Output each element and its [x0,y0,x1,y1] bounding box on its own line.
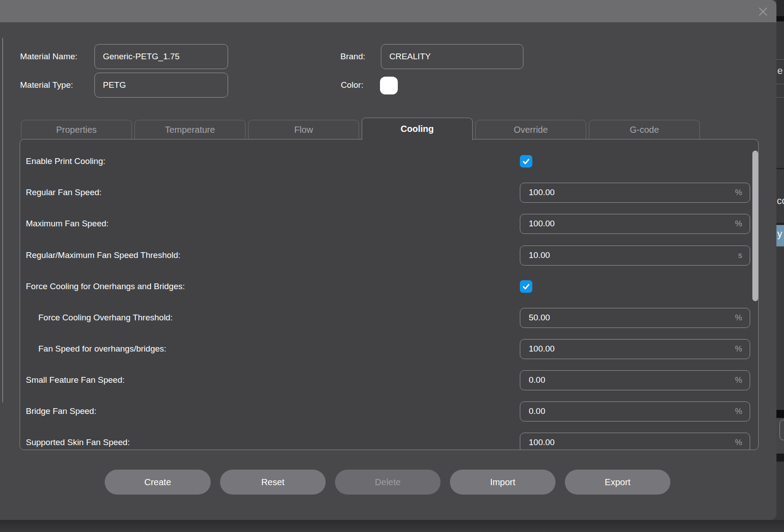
screen: e co y Material Name: Material Type: [0,0,784,532]
color-swatch[interactable] [380,77,398,94]
force-cooling-overhang-threshold-input[interactable] [520,308,750,328]
brand-input[interactable] [381,45,523,69]
brand-label: Brand: [340,50,365,63]
background-divider [776,97,784,98]
setting-row: Small Feature Fan Speed: % [20,364,758,396]
tab-temperature[interactable]: Temperature [135,120,245,139]
setting-row: Regular/Maximum Fan Speed Threshold: s [20,240,758,271]
material-name-input[interactable] [95,45,228,69]
background-band [776,0,784,16]
setting-label: Force Cooling Overhang Threshold: [38,302,173,333]
background-panel [776,418,784,454]
setting-row: Regular Fan Speed: % [20,177,758,208]
cooling-settings-panel: Enable Print Cooling: Regular Fan Speed:… [20,139,759,450]
background-band [776,16,784,21]
color-label: Color: [341,78,363,92]
export-button[interactable]: Export [565,470,670,495]
delete-button[interactable]: Delete [335,470,441,495]
setting-row: Fan Speed for overhangs/bridges: % [20,333,758,364]
setting-row: Force Cooling for Onerhangs and Bridges: [20,271,758,302]
background-band [776,410,784,418]
checkmark-icon [522,282,531,291]
material-type-input[interactable] [95,73,228,97]
small-feature-fan-speed-input[interactable] [520,370,750,390]
import-button[interactable]: Import [450,470,555,495]
setting-label: Supported Skin Fan Speed: [26,427,130,450]
tab-gcode[interactable]: G-code [589,120,700,139]
background-partial-text: co [777,195,784,207]
setting-row: Supported Skin Fan Speed: % [20,427,758,450]
bridge-fan-speed-input[interactable] [520,401,750,422]
checkmark-icon [522,157,531,166]
material-name-label: Material Name: [20,50,78,63]
maximum-fan-speed-input[interactable] [520,214,750,234]
background-band [776,454,784,462]
setting-row: Bridge Fan Speed: % [20,396,758,427]
setting-label: Regular/Maximum Fan Speed Threshold: [26,240,180,271]
setting-label: Bridge Fan Speed: [26,396,96,427]
material-editor-dialog: Material Name: Material Type: Brand: Col… [0,0,776,520]
material-type-label: Material Type: [20,78,73,92]
background-divider [776,84,784,84]
regular-fan-speed-input[interactable] [520,183,750,203]
create-button[interactable]: Create [105,470,211,495]
background-divider [776,59,784,60]
setting-label: Regular Fan Speed: [26,177,102,208]
background-divider [776,168,784,169]
tab-cooling[interactable]: Cooling [362,118,473,140]
supported-skin-fan-speed-input[interactable] [520,433,750,450]
background-partial-text: e [777,65,783,77]
setting-label: Enable Print Cooling: [26,146,106,177]
background-button-edge [780,420,784,440]
left-edge-divider [2,38,3,402]
panel-scrollbar[interactable] [752,151,758,301]
background-app-right-strip: e co y [776,0,784,520]
setting-label: Force Cooling for Onerhangs and Bridges: [26,271,185,302]
tab-override[interactable]: Override [475,120,586,139]
tab-flow[interactable]: Flow [248,120,359,139]
close-button[interactable] [757,6,769,17]
force-cooling-overhangs-checkbox[interactable] [520,280,532,293]
setting-label: Maximum Fan Speed: [26,208,109,239]
fan-speed-overhangs-bridges-input[interactable] [520,339,750,359]
reset-button[interactable]: Reset [220,470,326,495]
setting-label: Fan Speed for overhangs/bridges: [38,333,166,364]
dialog-titlebar [0,0,776,22]
close-icon [758,7,768,16]
background-app-bottom-bar [0,520,784,532]
fan-speed-threshold-input[interactable] [520,246,750,266]
enable-print-cooling-checkbox[interactable] [520,155,532,168]
tab-properties[interactable]: Properties [21,120,132,139]
setting-row: Maximum Fan Speed: % [20,208,758,239]
setting-row: Enable Print Cooling: [20,146,758,177]
background-partial-text: y [777,228,782,240]
setting-label: Small Feature Fan Speed: [26,364,125,396]
setting-row: Force Cooling Overhang Threshold: % [20,302,758,333]
